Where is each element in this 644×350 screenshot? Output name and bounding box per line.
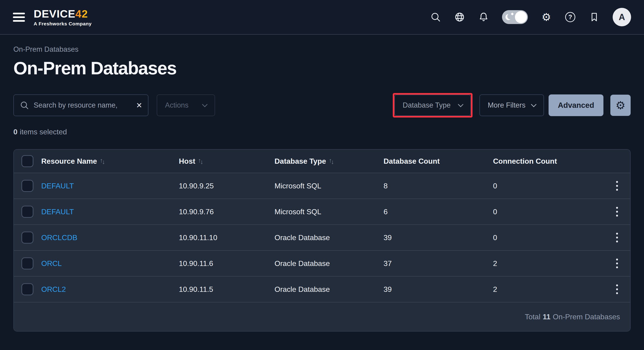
chevron-down-icon — [202, 102, 208, 107]
main-content: On-Prem Databases On-Prem Databases × Ac… — [0, 45, 644, 136]
table-row: DEFAULT 10.90.9.25 Microsoft SQL 8 0 — [14, 173, 630, 199]
search-icon[interactable] — [430, 12, 441, 23]
database-count-cell: 8 — [384, 182, 388, 190]
hamburger-menu-icon[interactable] — [13, 13, 25, 22]
connection-count-cell: 2 — [493, 259, 497, 268]
gear-glyph: ⚙ — [542, 12, 551, 22]
database-count-cell: 6 — [384, 208, 388, 216]
database-count-cell: 39 — [384, 233, 392, 242]
table-row: DEFAULT 10.90.9.76 Microsoft SQL 6 0 — [14, 199, 630, 224]
logo-tagline: A Freshworks Company — [34, 21, 92, 26]
column-header-resource-name: Resource Name↑↓ — [41, 157, 104, 165]
more-filters-label: More Filters — [488, 101, 526, 109]
resource-link[interactable]: DEFAULT — [41, 182, 74, 190]
table-footer: Total 11 On-Prem Databases — [14, 302, 630, 331]
selection-count: 0 — [13, 128, 18, 136]
column-header-host: Host↑↓ — [179, 157, 202, 165]
moon-icon — [506, 14, 512, 20]
database-type-cell: Oracle Database — [274, 259, 330, 268]
toolbar: × Actions Database Type More Filters Adv… — [13, 93, 631, 117]
total-suffix: On-Prem Databases — [553, 313, 620, 321]
kebab-menu-icon[interactable] — [614, 231, 620, 244]
table-row: ORCL2 10.90.11.5 Oracle Database 39 2 — [14, 276, 630, 302]
database-type-cell: Microsoft SQL — [274, 208, 321, 216]
gear-icon: ⚙ — [616, 100, 625, 111]
kebab-menu-icon[interactable] — [614, 179, 620, 193]
column-header-connection-count: Connection Count — [493, 157, 557, 165]
topbar-actions: ⚙ ? A — [430, 8, 631, 26]
row-checkbox[interactable] — [22, 232, 34, 244]
logo-text: DEVICE42 — [34, 8, 92, 19]
sort-icon[interactable]: ↑↓ — [198, 158, 202, 165]
sparkle-icon — [511, 13, 514, 16]
row-checkbox[interactable] — [22, 180, 34, 192]
resource-link[interactable]: ORCL — [41, 259, 62, 268]
actions-label: Actions — [165, 101, 188, 109]
avatar[interactable]: A — [613, 8, 631, 26]
kebab-menu-icon[interactable] — [614, 205, 620, 218]
host-cell: 10.90.9.25 — [179, 182, 214, 190]
globe-icon[interactable] — [454, 12, 465, 23]
page-title: On-Prem Databases — [13, 58, 631, 79]
more-filters-dropdown[interactable]: More Filters — [480, 94, 544, 116]
sort-icon[interactable]: ↑↓ — [329, 158, 333, 165]
total-prefix: Total — [525, 313, 540, 321]
bell-icon[interactable] — [478, 12, 489, 23]
topbar: DEVICE42 A Freshworks Company ⚙ ? A — [0, 0, 644, 35]
database-type-label: Database Type — [403, 101, 450, 109]
database-type-dropdown[interactable]: Database Type — [394, 95, 471, 116]
selection-label: items selected — [20, 128, 67, 136]
database-type-cell: Oracle Database — [274, 233, 330, 242]
kebab-menu-icon[interactable] — [614, 283, 620, 296]
host-cell: 10.90.9.76 — [179, 208, 214, 216]
kebab-menu-icon[interactable] — [614, 257, 620, 270]
resource-link[interactable]: DEFAULT — [41, 208, 74, 216]
database-count-cell: 37 — [384, 259, 392, 268]
row-checkbox[interactable] — [22, 206, 34, 218]
annotation-highlight: Database Type — [393, 93, 472, 117]
row-checkbox[interactable] — [22, 257, 34, 269]
connection-count-cell: 0 — [493, 208, 497, 216]
chevron-down-icon — [458, 102, 463, 107]
advanced-button[interactable]: Advanced — [548, 94, 604, 116]
search-input-icon — [20, 101, 29, 110]
database-type-cell: Oracle Database — [274, 285, 330, 293]
select-all-checkbox[interactable] — [22, 155, 34, 167]
connection-count-cell: 0 — [493, 182, 497, 190]
advanced-label: Advanced — [558, 101, 594, 110]
column-header-database-type: Database Type↑↓ — [274, 157, 333, 165]
connection-count-cell: 0 — [493, 233, 497, 242]
search-box[interactable]: × — [13, 94, 148, 116]
database-count-cell: 39 — [384, 285, 392, 293]
topbar-left: DEVICE42 A Freshworks Company — [13, 8, 92, 26]
breadcrumb[interactable]: On-Prem Databases — [13, 45, 631, 54]
row-checkbox[interactable] — [22, 283, 34, 295]
table-header-row: Resource Name↑↓ Host↑↓ Database Type↑↓ D… — [14, 150, 630, 173]
chevron-down-icon — [531, 102, 536, 107]
table-row: ORCLCDB 10.90.11.10 Oracle Database 39 0 — [14, 224, 630, 250]
clear-search-icon[interactable]: × — [136, 100, 142, 110]
search-input[interactable] — [34, 101, 132, 109]
databases-table: Resource Name↑↓ Host↑↓ Database Type↑↓ D… — [13, 149, 631, 331]
resource-link[interactable]: ORCL2 — [41, 285, 66, 293]
host-cell: 10.90.11.6 — [179, 259, 213, 268]
sort-icon[interactable]: ↑↓ — [100, 158, 104, 165]
column-header-database-count: Database Count — [384, 157, 440, 165]
toggle-knob — [515, 11, 527, 23]
dark-mode-toggle[interactable] — [502, 10, 528, 24]
connection-count-cell: 2 — [493, 285, 497, 293]
actions-dropdown[interactable]: Actions — [157, 94, 215, 116]
table-row: ORCL 10.90.11.6 Oracle Database 37 2 — [14, 250, 630, 276]
table-settings-button[interactable]: ⚙ — [610, 95, 631, 116]
settings-icon[interactable]: ⚙ — [541, 12, 552, 23]
logo-accent-42: 42 — [75, 8, 88, 20]
help-icon[interactable]: ? — [565, 12, 576, 23]
device42-logo[interactable]: DEVICE42 A Freshworks Company — [34, 8, 92, 26]
host-cell: 10.90.11.5 — [179, 285, 213, 293]
question-mark-icon: ? — [565, 12, 575, 22]
total-count: 11 — [543, 313, 551, 321]
selection-status: 0items selected — [13, 128, 631, 136]
bookmark-icon[interactable] — [589, 12, 600, 23]
resource-link[interactable]: ORCLCDB — [41, 233, 77, 242]
host-cell: 10.90.11.10 — [179, 233, 217, 242]
